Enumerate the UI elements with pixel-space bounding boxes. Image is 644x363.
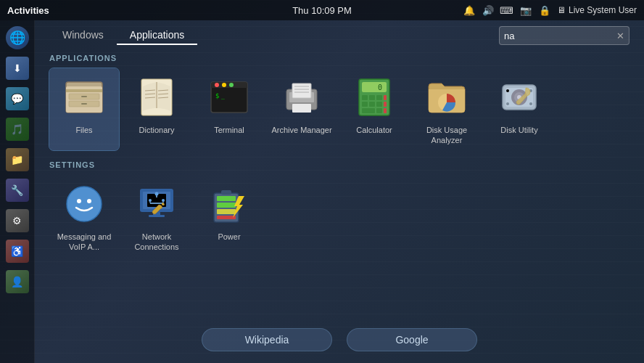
- sidebar: 🌐 ⬇ 💬 🎵 📁 🔧 ⚙ ♿ 👤: [0, 20, 35, 363]
- svg-rect-72: [217, 203, 236, 208]
- voip-icon-svg: [63, 183, 105, 225]
- user-icon: 🖥: [557, 5, 566, 15]
- main-content: Windows Applications ✕ APPLICATIONS: [35, 20, 644, 363]
- svg-rect-61: [149, 215, 165, 217]
- user-icon2: 👤: [6, 270, 29, 293]
- app-dictionary[interactable]: Dictionary: [122, 68, 191, 150]
- svg-point-50: [506, 89, 509, 92]
- preferences-icon: ⚙: [6, 209, 29, 232]
- svg-point-55: [77, 199, 81, 203]
- files-icon-wrap: [61, 74, 107, 121]
- svg-rect-73: [217, 209, 236, 214]
- app-calculator[interactable]: 0 Calculator: [339, 68, 409, 150]
- search-input[interactable]: [504, 30, 614, 41]
- sidebar-item-preferences[interactable]: ⚙: [3, 206, 32, 235]
- sidebar-item-accessibility[interactable]: ♿: [3, 237, 32, 266]
- user-menu[interactable]: 🖥 Live System User: [557, 5, 637, 15]
- tab-windows[interactable]: Windows: [49, 26, 117, 45]
- browser-icon: 🌐: [6, 26, 29, 49]
- app-disk-utility[interactable]: Disk Utility: [484, 68, 554, 150]
- disk-utility-label: Disk Utility: [500, 125, 537, 135]
- svg-point-56: [87, 199, 91, 203]
- svg-text:0: 0: [378, 83, 382, 91]
- svg-rect-26: [292, 104, 311, 113]
- keyboard-icon[interactable]: ⌨: [500, 4, 513, 17]
- search-clear-button[interactable]: ✕: [614, 30, 624, 41]
- svg-rect-71: [217, 196, 236, 201]
- tab-applications[interactable]: Applications: [117, 26, 198, 45]
- disk-utility-icon-wrap: [496, 74, 542, 121]
- app-power[interactable]: Power: [194, 175, 264, 257]
- calculator-label: Calculator: [356, 125, 392, 135]
- svg-rect-40: [384, 102, 387, 107]
- app-files[interactable]: Files: [49, 68, 119, 150]
- terminal-icon-wrap: $ _: [206, 74, 252, 121]
- voip-label: Messaging and VoIP A...: [52, 232, 116, 253]
- files-label: Files: [75, 125, 92, 135]
- lock-icon[interactable]: 🔒: [538, 4, 551, 17]
- svg-rect-34: [369, 95, 375, 100]
- svg-rect-38: [369, 102, 375, 107]
- topbar-right: 🔔 🔊 ⌨ 📷 🔒 🖥 Live System User: [463, 4, 637, 17]
- terminal-label: Terminal: [214, 125, 244, 135]
- camera-icon[interactable]: 📷: [519, 4, 532, 17]
- power-icon-svg: [208, 183, 250, 225]
- applications-section-label: APPLICATIONS: [49, 54, 629, 62]
- notification-icon[interactable]: 🔔: [463, 4, 476, 17]
- media-icon: 🎵: [6, 118, 29, 141]
- svg-rect-74: [217, 216, 236, 219]
- app-disk-usage[interactable]: Disk Usage Analyzer: [412, 68, 482, 150]
- settings-grid: Messaging and VoIP A...: [49, 175, 629, 257]
- svg-point-19: [222, 83, 226, 87]
- svg-point-20: [229, 83, 234, 87]
- svg-point-67: [149, 199, 152, 202]
- svg-point-53: [529, 102, 532, 105]
- archive-icon-svg: [281, 76, 323, 118]
- files-icon: 📁: [6, 148, 29, 171]
- sidebar-item-social[interactable]: 💬: [3, 84, 32, 113]
- applications-grid: Files Dictionary: [49, 68, 629, 150]
- app-voip[interactable]: Messaging and VoIP A...: [49, 175, 119, 257]
- disk-usage-icon-svg: [426, 76, 468, 118]
- settings-section-label: SETTINGS: [49, 160, 629, 169]
- calculator-icon-svg: 0: [353, 76, 395, 118]
- topbar: Activities Thu 10:09 PM 🔔 🔊 ⌨ 📷 🔒 🖥 Live…: [0, 0, 644, 20]
- svg-rect-39: [376, 102, 382, 107]
- utilities-icon: 🔧: [6, 179, 29, 202]
- network-icon-wrap: [133, 181, 180, 227]
- sidebar-item-utilities[interactable]: 🔧: [3, 176, 32, 205]
- sidebar-item-browser[interactable]: 🌐: [3, 23, 32, 52]
- search-bar[interactable]: ✕: [499, 26, 629, 45]
- disk-utility-icon-svg: [498, 76, 540, 118]
- svg-text:_: _: [221, 93, 225, 99]
- terminal-icon-svg: $ _: [208, 76, 250, 118]
- disk-usage-icon-wrap: [424, 74, 470, 121]
- voip-icon-wrap: [61, 181, 107, 227]
- network-label: Network Connections: [125, 232, 189, 253]
- volume-icon[interactable]: 🔊: [482, 4, 495, 17]
- sidebar-item-files[interactable]: 📁: [3, 145, 32, 174]
- datetime: Thu 10:09 PM: [292, 5, 352, 16]
- disk-usage-label: Disk Usage Analyzer: [415, 125, 479, 146]
- app-archive-manager[interactable]: Archive Manager: [267, 68, 337, 150]
- svg-point-54: [67, 187, 102, 221]
- svg-rect-31: [362, 82, 387, 92]
- svg-rect-25: [292, 83, 311, 98]
- archive-label: Archive Manager: [271, 125, 331, 135]
- power-icon-wrap: [206, 181, 252, 227]
- svg-point-52: [506, 102, 509, 105]
- svg-rect-41: [362, 108, 375, 113]
- activities-button[interactable]: Activities: [7, 5, 49, 16]
- svg-rect-6: [81, 103, 87, 105]
- sidebar-item-downloader[interactable]: ⬇: [3, 54, 32, 83]
- svg-point-66: [155, 192, 159, 195]
- svg-rect-5: [81, 96, 87, 97]
- sidebar-item-user[interactable]: 👤: [3, 267, 32, 296]
- app-network[interactable]: Network Connections: [122, 175, 191, 257]
- files-icon-svg: [63, 76, 105, 118]
- downloader-icon: ⬇: [6, 57, 29, 80]
- app-terminal[interactable]: $ _ Terminal: [194, 68, 264, 150]
- svg-point-68: [162, 199, 165, 202]
- sidebar-item-media[interactable]: 🎵: [3, 115, 32, 144]
- svg-text:$: $: [215, 92, 219, 99]
